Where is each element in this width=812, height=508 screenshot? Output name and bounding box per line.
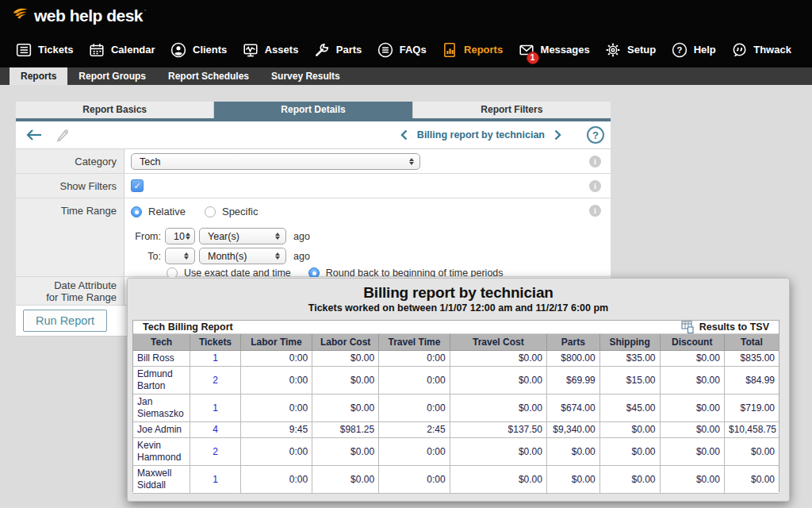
from-amount-select[interactable]: 10 [165,228,195,244]
export-tsv-button[interactable]: Results to TSV [681,321,769,333]
nav-item-clients[interactable]: Clients [170,42,227,58]
select-stepper-icon [180,252,192,260]
info-icon[interactable]: i [589,205,601,217]
category-select[interactable]: Tech [131,153,420,170]
info-icon[interactable]: i [589,180,601,192]
value-cell: $800.00 [546,351,599,367]
tickets-count-cell: 2 [190,438,241,466]
main-nav: Tickets Calendar Clients Assets Parts FA… [0,32,812,67]
value-cell: 0:00 [240,394,312,422]
subnav-item-survey-results[interactable]: Survey Results [260,67,351,85]
tab-report-details[interactable]: Report Details [214,102,412,118]
to-amount-select[interactable] [165,248,195,264]
value-cell: $0.00 [599,438,660,466]
tickets-count-link[interactable]: 2 [213,446,218,457]
value-cell: 0:00 [379,438,450,466]
table-row: Bill Ross10:00$0.000:00$0.00$800.00$35.0… [133,351,779,367]
specific-radio[interactable] [205,206,216,217]
value-cell: $0.00 [724,466,779,494]
content-area: Report Basics Report Details Report Filt… [0,85,812,508]
nav-item-assets[interactable]: Assets [243,42,299,58]
value-cell: $0.00 [660,466,724,494]
tech-name-cell: Kevin Hammond [133,438,190,466]
tickets-count-link[interactable]: 4 [213,424,218,435]
tech-name-cell: Edmund Barton [133,367,190,394]
edit-pencil-icon[interactable] [56,128,70,142]
nav-label: Clients [193,44,227,56]
from-unit-value: Year(s) [208,231,271,242]
relative-radio[interactable] [131,206,142,217]
value-cell: $0.00 [660,394,724,422]
subnav-item-report-groups[interactable]: Report Groups [67,67,157,85]
tickets-count-cell: 4 [190,422,241,438]
value-cell: $0.00 [450,438,546,466]
from-unit-select[interactable]: Year(s) [199,228,286,244]
thwack-icon [731,42,747,58]
prev-report-icon[interactable] [400,129,408,140]
nav-label: Calendar [111,44,155,56]
select-stepper-icon [271,252,283,260]
back-arrow-icon[interactable] [25,129,43,141]
date-attribute-line1: Date Attribute [16,279,117,291]
nav-item-faqs[interactable]: FAQs [377,42,427,58]
tickets-count-link[interactable]: 1 [213,474,218,485]
value-cell: $981.25 [312,422,379,438]
tab-report-filters[interactable]: Report Filters [413,102,611,118]
tickets-count-link[interactable]: 2 [213,375,218,386]
subnav-item-reports[interactable]: Reports [10,67,67,85]
value-cell: $0.00 [450,394,546,422]
assets-icon [243,42,259,58]
to-label: To: [131,251,161,262]
value-cell: $0.00 [312,351,379,367]
export-tsv-icon [681,321,694,333]
nav-label: Assets [265,44,299,56]
from-label: From: [131,231,161,242]
value-cell: $0.00 [724,438,779,466]
tickets-count-cell: 1 [190,351,241,367]
table-row: Maxwell Siddall10:00$0.000:00$0.00$0.00$… [133,466,779,494]
from-row: From: 10 Year(s) ago [131,228,611,244]
nav-item-help[interactable]: ? Help [672,42,716,58]
value-cell: $137.50 [450,422,546,438]
tickets-count-link[interactable]: 1 [213,402,218,414]
from-ago-suffix: ago [293,231,310,242]
nav-label: Parts [336,44,362,56]
time-range-row: Time Range Relative Specific From: 10 [16,198,611,277]
category-value: Tech [140,156,405,167]
to-unit-select[interactable]: Month(s) [199,248,286,264]
table-row: Kevin Hammond20:00$0.000:00$0.00$0.00$0.… [133,438,779,466]
info-icon[interactable]: i [589,156,601,167]
nav-label: Help [694,44,716,56]
subnav-item-report-schedules[interactable]: Report Schedules [157,67,260,85]
nav-item-tickets[interactable]: Tickets [16,42,74,58]
nav-label: Thwack [753,44,791,56]
tab-report-basics[interactable]: Report Basics [16,102,214,118]
nav-item-calendar[interactable]: Calendar [89,42,155,58]
nav-item-messages[interactable]: 1 Messages [519,42,590,58]
column-header: Shipping [599,334,660,351]
nav-item-thwack[interactable]: Thwack [731,42,791,58]
nav-item-parts[interactable]: Parts [314,42,362,58]
nav-item-setup[interactable]: Setup [605,42,656,58]
faqs-icon [377,42,393,58]
setup-icon [605,42,621,58]
tickets-count-cell: 2 [190,367,241,394]
date-attribute-line2: for Time Range [16,291,117,303]
to-ago-suffix: ago [293,251,310,262]
value-cell: $0.00 [660,351,724,367]
help-question-icon[interactable]: ? [587,126,604,144]
report-panel-header: Tech Billing Report Results to TSV [133,321,779,334]
value-cell: $0.00 [312,466,379,494]
value-cell: $0.00 [599,422,660,438]
run-report-button[interactable]: Run Report [23,310,107,332]
show-filters-checkbox[interactable] [131,179,144,192]
nav-item-reports[interactable]: Reports [442,42,503,58]
clients-icon [170,42,186,58]
nav-label: Setup [627,44,656,56]
trademark-mark: ’ [144,8,146,16]
tickets-count-link[interactable]: 1 [213,352,218,364]
next-report-icon[interactable] [554,129,561,140]
brand-logo: web help desk ’ [13,6,146,25]
value-cell: 0:00 [379,367,450,394]
nav-label: Messages [541,44,590,56]
